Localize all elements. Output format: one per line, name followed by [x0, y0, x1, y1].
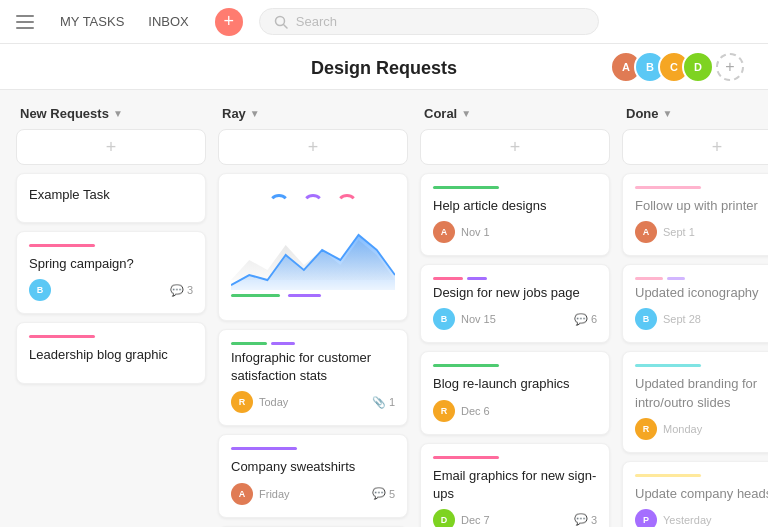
card-meta: D Dec 7 💬 3 — [433, 509, 597, 527]
loader-ring-1 — [268, 194, 290, 216]
card-update-headshots: Update company headshots P Yesterday — [622, 461, 768, 527]
svg-line-4 — [283, 24, 287, 28]
card-title: Update company headshots — [635, 485, 768, 503]
card-meta: R Today 📎 1 — [231, 391, 395, 413]
card-meta: B Nov 15 💬 6 — [433, 308, 597, 330]
card-avatar: R — [433, 400, 455, 422]
card-date: Sept 28 — [663, 313, 701, 325]
loader-ring-2 — [302, 194, 324, 216]
search-placeholder: Search — [296, 14, 337, 29]
card-bars — [433, 277, 597, 280]
chevron-icon: ▼ — [250, 108, 260, 119]
card-bar — [635, 474, 701, 477]
card-bar — [433, 364, 499, 367]
card-title: Follow up with printer — [635, 197, 768, 215]
page-title: Design Requests — [311, 58, 457, 79]
card-bar — [635, 186, 701, 189]
add-card-ray[interactable]: + — [218, 129, 408, 165]
card-title: Spring campaign? — [29, 255, 193, 273]
card-spring-campaign: Spring campaign? B 💬 3 — [16, 231, 206, 314]
card-bar — [29, 335, 95, 338]
column-ray: Ray ▼ + — [218, 106, 408, 527]
topbar-nav: MY TASKS INBOX — [50, 8, 199, 35]
card-updated-branding: Updated branding for intro/outro slides … — [622, 351, 768, 452]
card-avatar: B — [635, 308, 657, 330]
card-design-jobs: Design for new jobs page B Nov 15 💬 6 — [420, 264, 610, 343]
card-bar — [29, 244, 95, 247]
column-label-coral: Coral — [424, 106, 457, 121]
card-meta: A Sept 1 — [635, 221, 768, 243]
card-date: Sept 1 — [663, 226, 695, 238]
card-avatar: B — [29, 279, 51, 301]
card-avatar: R — [231, 391, 253, 413]
page-title-area: Design Requests A B C D + — [0, 44, 768, 90]
card-count: 📎 1 — [372, 396, 395, 409]
card-title: Blog re-launch graphics — [433, 375, 597, 393]
card-count: 💬 3 — [574, 513, 597, 526]
card-avatar: A — [635, 221, 657, 243]
search-bar[interactable]: Search — [259, 8, 599, 35]
card-follow-printer: Follow up with printer A Sept 1 — [622, 173, 768, 256]
chevron-icon: ▼ — [113, 108, 123, 119]
loader-ring-3 — [336, 194, 358, 216]
card-leadership-blog: Leadership blog graphic — [16, 322, 206, 383]
card-bar — [635, 364, 701, 367]
card-bars — [635, 277, 768, 280]
search-icon — [274, 15, 288, 29]
card-title: Email graphics for new sign-ups — [433, 467, 597, 503]
card-title: Example Task — [29, 186, 193, 204]
board: New Requests ▼ + Example Task Spring cam… — [0, 90, 768, 527]
card-avatar: A — [231, 483, 253, 505]
card-bar — [433, 456, 499, 459]
column-header-done: Done ▼ — [622, 106, 768, 121]
card-date: Yesterday — [663, 514, 712, 526]
card-infographic: Infographic for customer satisfaction st… — [218, 329, 408, 426]
card-bar — [231, 447, 297, 450]
card-count: 💬 3 — [170, 284, 193, 297]
card-date: Today — [259, 396, 288, 408]
card-avatar: P — [635, 509, 657, 527]
add-card-new-requests[interactable]: + — [16, 129, 206, 165]
nav-my-tasks[interactable]: MY TASKS — [50, 8, 134, 35]
column-label-ray: Ray — [222, 106, 246, 121]
svg-rect-1 — [16, 21, 34, 23]
card-bars — [231, 342, 395, 345]
column-header-new-requests: New Requests ▼ — [16, 106, 206, 121]
card-avatar: R — [635, 418, 657, 440]
card-bar-purple — [288, 294, 321, 297]
card-meta: A Friday 💬 5 — [231, 483, 395, 505]
menu-button[interactable] — [16, 15, 34, 29]
add-card-done[interactable]: + — [622, 129, 768, 165]
card-title: Infographic for customer satisfaction st… — [231, 349, 395, 385]
topbar: MY TASKS INBOX + Search — [0, 0, 768, 44]
svg-rect-2 — [16, 27, 34, 29]
card-count: 💬 6 — [574, 313, 597, 326]
card-meta: B Sept 28 — [635, 308, 768, 330]
card-meta: B 💬 3 — [29, 279, 193, 301]
card-date: Friday — [259, 488, 290, 500]
card-title: Design for new jobs page — [433, 284, 597, 302]
card-date: Dec 6 — [461, 405, 490, 417]
avatar-4[interactable]: D — [682, 51, 714, 83]
avatar-add-button[interactable]: + — [716, 53, 744, 81]
card-meta: A Nov 1 — [433, 221, 597, 243]
card-meta: R Dec 6 — [433, 400, 597, 422]
nav-inbox[interactable]: INBOX — [138, 8, 198, 35]
card-chart — [218, 173, 408, 321]
column-header-ray: Ray ▼ — [218, 106, 408, 121]
chevron-icon: ▼ — [461, 108, 471, 119]
card-avatar: A — [433, 221, 455, 243]
avatars-group: A B C D + — [610, 51, 744, 83]
add-button[interactable]: + — [215, 8, 243, 36]
column-done: Done ▼ + Follow up with printer A Sept 1… — [622, 106, 768, 527]
loader-area — [231, 186, 395, 220]
card-example-task: Example Task — [16, 173, 206, 223]
card-bar — [433, 186, 499, 189]
column-label-done: Done — [626, 106, 659, 121]
mini-chart-svg — [231, 220, 395, 290]
column-header-coral: Coral ▼ — [420, 106, 610, 121]
card-title: Leadership blog graphic — [29, 346, 193, 364]
card-title: Updated branding for intro/outro slides — [635, 375, 768, 411]
card-date: Nov 1 — [461, 226, 490, 238]
add-card-coral[interactable]: + — [420, 129, 610, 165]
